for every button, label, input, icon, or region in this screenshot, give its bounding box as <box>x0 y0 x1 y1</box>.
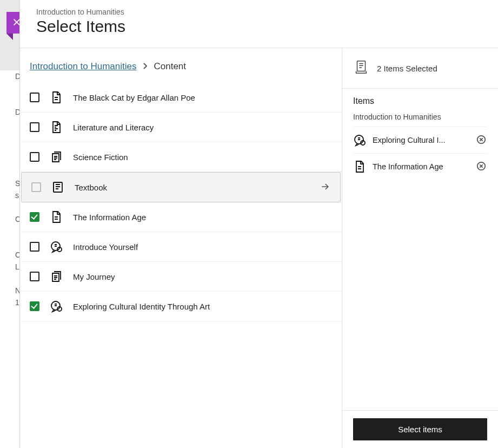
item-checkbox[interactable] <box>31 182 41 192</box>
item-checkbox[interactable] <box>30 212 39 222</box>
breadcrumb-current: Content <box>154 61 187 72</box>
background-left: D D S s C C L N 1 <box>0 70 19 448</box>
folder-row[interactable]: Textbook <box>21 172 341 202</box>
content-item[interactable]: Science Fiction <box>20 142 342 172</box>
selection-count: 2 Items Selected <box>377 64 437 73</box>
doc-stack-icon <box>49 150 63 164</box>
selected-item: Exploring Cultural I... <box>353 127 487 153</box>
selected-item-label: Exploring Cultural I... <box>373 136 470 144</box>
selected-item: The Information Age <box>353 153 487 180</box>
doc-lines-icon <box>49 120 63 134</box>
bg-char: L <box>15 262 19 271</box>
select-items-panel: Introduction to Humanities Select Items … <box>19 0 498 448</box>
svg-rect-0 <box>54 182 62 192</box>
bg-char: s <box>15 191 19 200</box>
item-label: The Black Cat by Edgar Allan Poe <box>73 93 195 102</box>
item-checkbox[interactable] <box>30 242 39 252</box>
selection-sidebar: 2 Items Selected Items Introduction to H… <box>342 48 498 448</box>
selected-items-icon <box>353 59 369 77</box>
item-label: Introduce Yourself <box>73 242 138 252</box>
content-item[interactable]: My Journey <box>20 262 342 292</box>
content-item[interactable]: The Black Cat by Edgar Allan Poe <box>20 83 342 113</box>
discussion-icon <box>49 299 63 313</box>
item-checkbox[interactable] <box>30 272 39 281</box>
item-label: Exploring Cultural Identity Through Art <box>73 302 210 311</box>
breadcrumb-root-link[interactable]: Introduction to Humanities <box>30 61 137 72</box>
content-browser: Introduction to Humanities Content The B… <box>20 48 342 448</box>
header-title: Select Items <box>36 17 482 36</box>
arrow-right-icon <box>320 181 330 194</box>
selection-heading: Items <box>353 96 487 106</box>
content-item[interactable]: Exploring Cultural Identity Through Art <box>20 292 342 321</box>
item-label: Textbook <box>75 183 107 192</box>
discussion-icon <box>353 134 366 147</box>
selection-group-label: Introduction to Humanities <box>353 113 487 121</box>
selection-body: Items Introduction to Humanities Explori… <box>342 89 498 410</box>
discussion-icon <box>49 240 63 254</box>
item-label: Science Fiction <box>73 153 128 162</box>
item-checkbox[interactable] <box>30 93 39 102</box>
item-list: The Black Cat by Edgar Allan PoeLiteratu… <box>20 83 342 321</box>
item-checkbox[interactable] <box>30 152 39 162</box>
content-item[interactable]: Introduce Yourself <box>20 232 342 262</box>
breadcrumb: Introduction to Humanities Content <box>20 61 342 83</box>
panel-body: Introduction to Humanities Content The B… <box>20 48 498 448</box>
selected-list: Exploring Cultural I...The Information A… <box>353 127 487 180</box>
content-item[interactable]: Literature and Literacy <box>20 113 342 142</box>
item-checkbox[interactable] <box>30 122 39 132</box>
svg-rect-5 <box>357 61 366 71</box>
select-items-button[interactable]: Select items <box>353 418 487 440</box>
item-label: My Journey <box>73 272 115 281</box>
textbook-icon <box>51 180 65 194</box>
document-icon <box>49 210 63 224</box>
remove-selected-button[interactable] <box>476 135 487 146</box>
panel-header: Introduction to Humanities Select Items <box>20 0 498 48</box>
chevron-right-icon <box>142 61 149 72</box>
doc-stack-icon <box>49 269 63 284</box>
content-item[interactable]: The Information Age <box>20 202 342 232</box>
item-label: The Information Age <box>73 213 146 222</box>
selection-header: 2 Items Selected <box>342 48 498 89</box>
item-checkbox[interactable] <box>30 301 39 311</box>
header-subtitle: Introduction to Humanities <box>36 8 482 16</box>
remove-selected-button[interactable] <box>476 161 487 172</box>
selected-item-label: The Information Age <box>373 162 470 171</box>
document-icon <box>353 160 366 173</box>
bg-char: 1 <box>15 298 19 307</box>
selection-footer: Select items <box>342 410 498 448</box>
item-label: Literature and Literacy <box>73 123 154 132</box>
document-icon <box>49 90 63 104</box>
